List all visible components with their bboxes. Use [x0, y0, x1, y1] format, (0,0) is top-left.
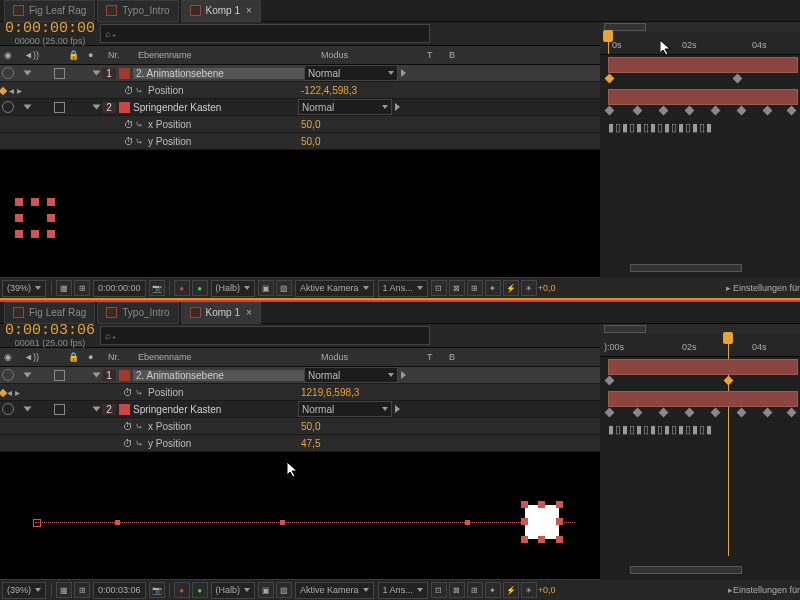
prev-key-icon[interactable]: ◂: [7, 85, 15, 96]
twirl-icon[interactable]: [24, 105, 32, 110]
layer-bbox[interactable]: [525, 505, 559, 539]
zoom-slider[interactable]: [630, 264, 742, 272]
path-vertex[interactable]: [465, 520, 470, 525]
zoom-select[interactable]: (39%): [2, 280, 46, 297]
hold-keyframes[interactable]: ▮▯▮▯▮▯▮▯▮▯▮▯▮▯▮: [608, 121, 713, 134]
tab-typo[interactable]: Typo_Intro: [97, 302, 178, 324]
fast-preview-icon[interactable]: ⚡: [503, 582, 519, 598]
twirl-icon[interactable]: [93, 71, 101, 76]
blend-mode-select[interactable]: Normal: [304, 367, 398, 383]
eye-icon[interactable]: [2, 67, 14, 79]
blend-mode-select[interactable]: Normal: [304, 65, 398, 81]
stopwatch-icon[interactable]: ⏱: [123, 136, 135, 147]
color-chip[interactable]: [119, 102, 130, 113]
keyframe-icon[interactable]: [605, 106, 615, 116]
playhead-icon[interactable]: [723, 332, 733, 344]
path-vertex[interactable]: [280, 520, 285, 525]
layer-bbox[interactable]: [17, 200, 53, 236]
current-time[interactable]: 0:00:00:00 00000 (25.00 fps): [0, 22, 100, 46]
twirl-icon[interactable]: [24, 71, 32, 76]
grid-icon[interactable]: ▦: [56, 582, 72, 598]
next-key-icon[interactable]: ▸: [15, 85, 23, 96]
tab-komp1[interactable]: Komp 1×: [181, 302, 261, 324]
blend-mode-select[interactable]: Normal: [298, 401, 392, 417]
zoom-slider[interactable]: [630, 566, 742, 574]
keyframe-icon[interactable]: [733, 74, 743, 84]
views-select[interactable]: 1 Ans...: [378, 582, 428, 599]
color-chip[interactable]: [119, 68, 130, 79]
current-time[interactable]: 0:00:03:06 00081 (25.00 fps): [0, 324, 100, 348]
resolution-select[interactable]: (Halb): [211, 582, 256, 599]
eye-icon[interactable]: [2, 369, 14, 381]
eye-icon[interactable]: [2, 403, 14, 415]
camera-select[interactable]: Aktive Kamera: [295, 582, 374, 599]
snapshot-icon[interactable]: 📷: [149, 280, 165, 296]
camera-select[interactable]: Aktive Kamera: [295, 280, 374, 297]
keyframe-icon[interactable]: [605, 74, 615, 84]
time-ruler[interactable]: ):00s 02s 04s: [600, 334, 800, 357]
grid-icon[interactable]: ▦: [56, 280, 72, 296]
exposure-icon[interactable]: ☀: [521, 582, 537, 598]
channel-icon[interactable]: ●: [192, 280, 208, 296]
tab-bar: Fig Leaf Rag Typo_Intro Komp 1×: [0, 0, 800, 22]
channel-icon[interactable]: ●: [174, 280, 190, 296]
close-icon[interactable]: ×: [246, 307, 252, 318]
path-vertex[interactable]: [115, 520, 120, 525]
stopwatch-icon[interactable]: ⏱: [123, 85, 135, 96]
tab-komp1[interactable]: Komp 1×: [181, 0, 261, 22]
stopwatch-icon[interactable]: ⏱: [123, 119, 135, 130]
layer-bar[interactable]: [608, 359, 798, 375]
stopwatch-icon[interactable]: ⏱: [123, 387, 135, 398]
time-ruler[interactable]: 0s 02s 04s: [600, 32, 800, 55]
toolbar-icon[interactable]: ⊞: [467, 280, 483, 296]
playhead-icon[interactable]: [603, 30, 613, 42]
toolbar-icon[interactable]: ⊠: [449, 280, 465, 296]
snapshot-icon[interactable]: 📷: [149, 582, 165, 598]
twirl-icon[interactable]: [401, 69, 406, 77]
timecode-display[interactable]: 0:00:03:06: [93, 582, 146, 599]
layer-bar[interactable]: [608, 89, 798, 105]
zoom-select[interactable]: (39%): [2, 582, 46, 599]
layer-bar[interactable]: [608, 391, 798, 407]
search-input[interactable]: ⌕▾: [100, 326, 430, 345]
views-select[interactable]: 1 Ans...: [378, 280, 428, 297]
flyout-label[interactable]: Einstellungen für: [733, 283, 800, 293]
transparency-icon[interactable]: ▨: [276, 280, 292, 296]
tab-typo[interactable]: Typo_Intro: [97, 0, 178, 22]
tab-bar: Fig Leaf Rag Typo_Intro Komp 1×: [0, 302, 800, 324]
toolbar-icon[interactable]: ⊡: [431, 280, 447, 296]
shy-icon[interactable]: [54, 68, 65, 79]
blend-mode-select[interactable]: Normal: [298, 99, 392, 115]
viewer-toolbar: (39%) ▦ ⊞ 0:00:00:00 📷 ● ● (Halb) ▣ ▨ Ak…: [0, 277, 800, 298]
resolution-select[interactable]: (Halb): [211, 280, 256, 297]
fast-preview-icon[interactable]: ⚡: [503, 280, 519, 296]
path-vertex[interactable]: [33, 519, 41, 527]
guides-icon[interactable]: ⊞: [74, 582, 90, 598]
twirl-icon[interactable]: [395, 103, 400, 111]
flyout-label[interactable]: Einstellungen für: [733, 585, 800, 595]
tab-figleaf[interactable]: Fig Leaf Rag: [4, 302, 95, 324]
roi-icon[interactable]: ▣: [258, 280, 274, 296]
exposure-icon[interactable]: ☀: [521, 280, 537, 296]
toolbar-icon[interactable]: ✦: [485, 280, 501, 296]
close-icon[interactable]: ×: [246, 5, 252, 16]
timecode-display[interactable]: 0:00:00:00: [93, 280, 146, 297]
shy-icon[interactable]: [54, 102, 65, 113]
viewer-toolbar: (39%) ▦ ⊞ 0:00:03:06 📷 ●● (Halb) ▣▨ Akti…: [0, 579, 800, 600]
tab-figleaf[interactable]: Fig Leaf Rag: [4, 0, 95, 22]
search-input[interactable]: ⌕▾: [100, 24, 430, 43]
guides-icon[interactable]: ⊞: [74, 280, 90, 296]
work-area-bar[interactable]: [604, 325, 646, 333]
layer-bar[interactable]: [608, 57, 798, 73]
twirl-icon[interactable]: [93, 105, 101, 110]
eye-icon[interactable]: [2, 101, 14, 113]
